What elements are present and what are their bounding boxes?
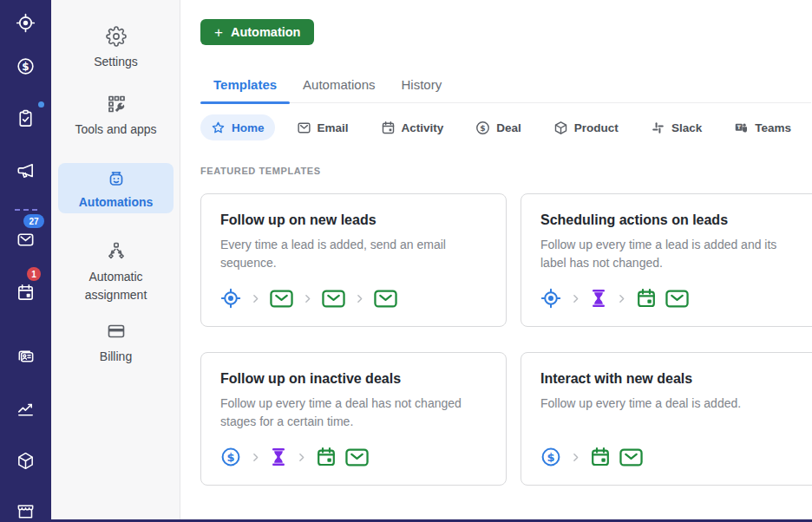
settings-sidebar: Settings Tools and apps <box>51 0 180 522</box>
delay-hourglass-icon <box>590 289 607 308</box>
template-filter-bar: Home Email <box>200 114 812 140</box>
card-description: Follow up every time a lead is added and… <box>540 236 801 272</box>
sidebar-item-label: Settings <box>51 53 180 71</box>
card-flow <box>540 276 812 309</box>
tab-bar: Templates Automations History <box>200 77 811 103</box>
card-description: Follow up every time a deal has not chan… <box>220 395 481 431</box>
leads-icon[interactable] <box>16 13 36 33</box>
filter-home[interactable]: Home <box>200 114 275 140</box>
chevron-right-icon <box>250 452 261 463</box>
sidebar-item-billing[interactable]: Billing <box>51 321 180 366</box>
projects-notification-dot <box>38 101 44 108</box>
star-icon <box>211 121 226 135</box>
filter-label: Email <box>318 121 349 134</box>
card-flow: $ <box>220 434 487 467</box>
filter-label: Deal <box>496 121 521 134</box>
card-flow: $ <box>540 434 812 467</box>
cube-icon <box>553 121 568 135</box>
filter-label: Home <box>232 121 265 134</box>
contacts-icon[interactable] <box>16 347 36 367</box>
insights-icon[interactable] <box>16 399 36 419</box>
filter-slack[interactable]: Slack <box>640 114 712 140</box>
filter-product[interactable]: Product <box>543 114 629 140</box>
card-title: Follow up on new leads <box>220 212 487 228</box>
gear-icon <box>106 26 127 47</box>
mail-badge: 27 <box>23 214 44 228</box>
filter-label: Teams <box>755 121 791 134</box>
delay-hourglass-icon <box>270 447 287 467</box>
featured-templates-heading: FEATURED TEMPLATES <box>200 166 812 176</box>
template-card-follow-up-new-leads[interactable]: Follow up on new leads Every time a lead… <box>200 193 507 327</box>
chevron-right-icon <box>570 293 581 304</box>
activity-step-icon <box>636 288 657 309</box>
email-step-icon <box>374 290 397 308</box>
mail-icon[interactable] <box>16 230 36 250</box>
dollar-circle-icon: $ <box>475 121 490 135</box>
sidebar-item-automatic-assignment[interactable]: Automatic assignment <box>51 241 180 304</box>
template-cards: Follow up on new leads Every time a lead… <box>200 193 812 486</box>
primary-nav-rail: $ 27 1 <box>0 0 51 522</box>
sidebar-item-automations[interactable]: Automations <box>58 163 174 213</box>
add-automation-label: Automation <box>231 25 301 39</box>
email-step-icon <box>345 448 369 467</box>
sidebar-item-label: Tools and apps <box>51 121 180 139</box>
card-title: Scheduling actions on leads <box>540 212 812 228</box>
sidebar-item-tools-and-apps[interactable]: Tools and apps <box>51 94 180 139</box>
projects-icon[interactable] <box>16 108 36 128</box>
email-step-icon <box>619 448 643 467</box>
teams-logo-icon: T <box>734 121 749 135</box>
sidebar-item-settings[interactable]: Settings <box>51 26 180 71</box>
sidebar-item-label: Automatic assignment <box>64 268 168 304</box>
chevron-right-icon <box>354 293 365 304</box>
filter-label: Activity <box>402 121 444 134</box>
card-title: Interact with new deals <box>540 371 812 387</box>
plus-icon: + <box>214 25 223 40</box>
filter-deal[interactable]: $ Deal <box>465 114 532 140</box>
filter-teams[interactable]: T Teams <box>724 114 802 140</box>
chevron-right-icon <box>616 293 627 304</box>
card-flow <box>220 276 487 309</box>
lead-added-icon <box>540 288 561 309</box>
email-step-icon <box>270 290 293 308</box>
tab-templates[interactable]: Templates <box>200 77 290 102</box>
svg-text:$: $ <box>226 451 234 464</box>
card-title: Follow up on inactive deals <box>220 371 487 387</box>
activities-badge: 1 <box>27 267 41 281</box>
email-step-icon <box>322 290 345 308</box>
svg-text:$: $ <box>22 61 29 73</box>
add-automation-button[interactable]: + Automation <box>200 19 314 45</box>
activity-step-icon <box>316 447 337 467</box>
nav-divider <box>15 209 37 211</box>
filter-activity[interactable]: Activity <box>370 114 455 140</box>
svg-text:$: $ <box>547 451 554 464</box>
lead-added-icon <box>220 288 241 309</box>
template-card-scheduling-actions-on-leads[interactable]: Scheduling actions on leads Follow up ev… <box>521 193 812 327</box>
envelope-icon <box>297 121 311 135</box>
sidebar-item-label: Automations <box>58 195 174 209</box>
filter-email[interactable]: Email <box>286 114 359 140</box>
credit-card-icon <box>106 321 127 342</box>
filter-label: Product <box>574 121 619 134</box>
campaigns-icon[interactable] <box>16 160 36 180</box>
deal-icon: $ <box>220 447 241 467</box>
chevron-right-icon <box>302 293 313 304</box>
filter-label: Slack <box>671 121 702 134</box>
card-description: Follow up every time a deal is added. <box>540 395 801 413</box>
deal-icon: $ <box>540 447 561 467</box>
tab-history[interactable]: History <box>388 77 455 102</box>
activity-step-icon <box>590 447 611 467</box>
template-card-follow-up-inactive-deals[interactable]: Follow up on inactive deals Follow up ev… <box>200 352 507 486</box>
card-description: Every time a lead is added, send an emai… <box>220 236 481 272</box>
chevron-right-icon <box>250 293 261 304</box>
tab-automations[interactable]: Automations <box>290 77 388 102</box>
sidebar-item-label: Billing <box>51 348 180 366</box>
template-card-interact-with-new-deals[interactable]: Interact with new deals Follow up every … <box>521 352 812 486</box>
app-window: $ 27 1 <box>0 0 812 522</box>
assignment-branch-icon <box>106 241 127 262</box>
marketplace-icon[interactable] <box>16 501 36 521</box>
svg-text:$: $ <box>481 122 486 132</box>
chevron-right-icon <box>296 452 307 463</box>
deals-icon[interactable]: $ <box>16 56 36 76</box>
products-icon[interactable] <box>16 451 36 471</box>
activities-icon[interactable] <box>16 283 36 303</box>
